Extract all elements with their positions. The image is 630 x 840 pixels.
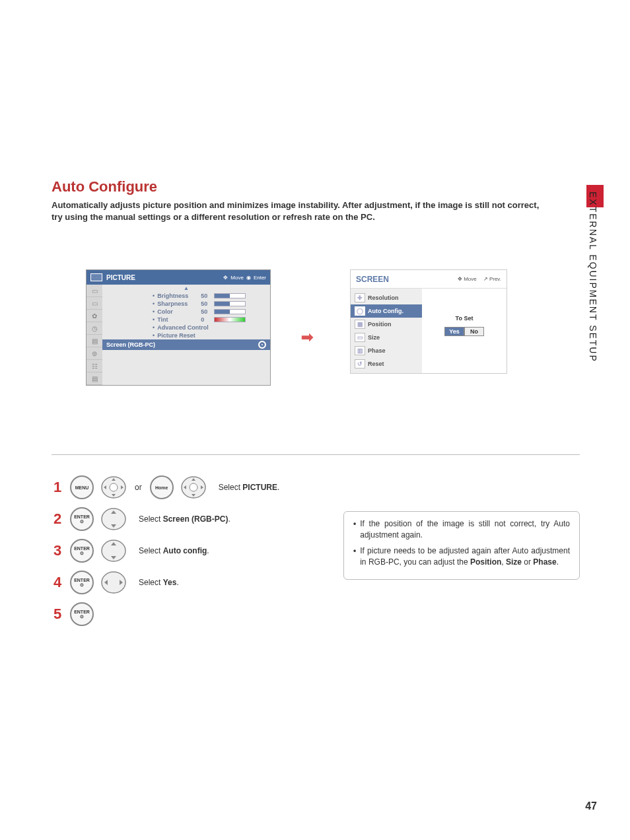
page-title: Auto Configure [52, 178, 577, 195]
picture-item-advanced: •Advanced Control [106, 324, 266, 332]
menu-button-icon: MENU [70, 475, 94, 499]
dpad-updown-icon [100, 539, 127, 563]
picture-menu-header: PICTURE ✥ Move ◉ Enter [87, 270, 270, 285]
enter-hint: Enter [254, 275, 266, 281]
tv-icon [90, 273, 102, 281]
enter-button-icon: ENTER⊙ [70, 539, 94, 563]
dpad-icon [180, 475, 207, 499]
picture-item-screen-rgb[interactable]: Screen (RGB-PC) [102, 339, 270, 350]
note-1: If the position of the image is still no… [360, 518, 570, 542]
picture-item-reset: •Picture Reset [106, 332, 266, 339]
enter-button-icon: ENTER⊙ [70, 507, 94, 531]
picture-item-color: •Color 50 [106, 308, 266, 316]
sidebar-icon: ▭ [87, 285, 102, 297]
step2-caption: Select Screen (RGB-PC). [139, 514, 230, 524]
sidebar-icon: ▭ [87, 297, 102, 310]
dpad-icon [100, 475, 127, 499]
instruction-steps: 1 MENU or Home Select PICTURE. 2 ENTER⊙ … [52, 475, 309, 634]
step-number: 4 [52, 574, 63, 591]
enter-icon: ◉ [246, 275, 251, 281]
move-hint: Move [230, 275, 244, 281]
screen-menu-title: SCREEN [356, 275, 389, 284]
picture-item-sharpness: •Sharpness 50 [106, 300, 266, 308]
enter-button-icon: ENTER⊙ [70, 602, 94, 626]
scroll-up-icon: ▲ [106, 285, 266, 292]
picture-item-tint: •Tint 0 [106, 316, 266, 324]
screen-item-phase[interactable]: ▥Phase [351, 344, 422, 357]
or-text: or [135, 483, 142, 492]
no-button[interactable]: No [464, 327, 484, 336]
note-2: If picture needs to be adjusted again af… [360, 545, 570, 569]
svg-point-1 [110, 483, 118, 491]
sidebar-icon: ▤ [87, 335, 102, 347]
move-icon: ✥ [223, 275, 228, 281]
sidebar-icon: ☷ [87, 360, 102, 372]
picture-highlight-label: Screen (RGB-PC) [106, 341, 155, 348]
page-number: 47 [585, 800, 597, 812]
screen-item-autoconfig[interactable]: ◯Auto Config. [351, 304, 422, 318]
yes-button[interactable]: Yes [444, 327, 464, 336]
picture-item-brightness: •Brightness 50 [106, 292, 266, 300]
step-number: 5 [52, 606, 63, 623]
home-button-icon: Home [150, 475, 174, 499]
screen-item-position[interactable]: ▦Position [351, 318, 422, 331]
sidebar-icon: ▤ [87, 372, 102, 385]
radio-selected-icon [258, 341, 266, 349]
svg-point-3 [190, 483, 197, 491]
screen-item-size[interactable]: ▭Size [351, 331, 422, 344]
step4-caption: Select Yes. [139, 578, 179, 587]
section-divider [52, 454, 580, 455]
screen-move-hint: Move [464, 276, 477, 282]
screen-item-reset[interactable]: ↺Reset [351, 357, 422, 370]
step-number: 3 [52, 542, 63, 559]
page-description: Automatically adjusts picture position a… [52, 199, 540, 223]
screen-menu-panel: SCREEN ✥ Move ↗ Prev. ✚Resolution ◯Auto … [350, 269, 507, 374]
sidebar-icon: ◷ [87, 322, 102, 335]
picture-menu-panel: PICTURE ✥ Move ◉ Enter ▭ ▭ ✿ ◷ ▤ ⊚ ☷ ▤ ▲ [86, 269, 271, 386]
move-icon: ✥ [458, 276, 462, 282]
picture-menu-sidebar-icons: ▭ ▭ ✿ ◷ ▤ ⊚ ☷ ▤ [87, 285, 102, 385]
note-box: If the position of the image is still no… [343, 511, 580, 580]
sidebar-icon: ✿ [87, 310, 102, 322]
step-number: 2 [52, 510, 63, 528]
screen-item-resolution[interactable]: ✚Resolution [351, 291, 422, 304]
prev-icon: ↗ [483, 276, 488, 282]
enter-button-icon: ENTER⊙ [70, 571, 94, 594]
arrow-right-icon: ➡ [301, 329, 313, 346]
to-set-label: To Set [427, 315, 501, 322]
dpad-updown-icon [100, 507, 127, 531]
step-number: 1 [52, 479, 63, 496]
screen-prev-hint: Prev. [489, 276, 501, 282]
sidebar-icon: ⊚ [87, 347, 102, 360]
dpad-leftright-icon [100, 571, 127, 594]
picture-menu-title: PICTURE [106, 274, 135, 281]
step1-caption: Select PICTURE. [219, 483, 280, 492]
step3-caption: Select Auto config. [139, 546, 209, 555]
